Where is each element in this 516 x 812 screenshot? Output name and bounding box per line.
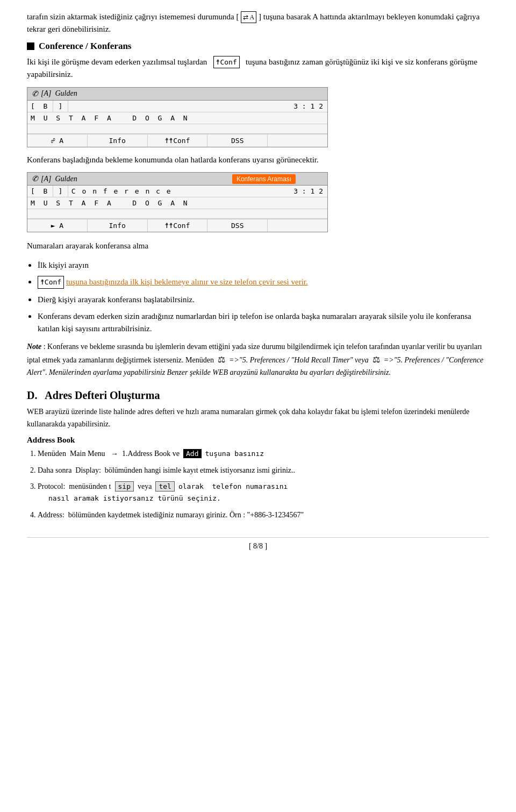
list-item-1: Menüden Main Menu → 1.Address Book ve Ad… bbox=[38, 448, 489, 460]
footer-a-2: ► A bbox=[27, 219, 88, 232]
phone-display-1: ✆ [A] Gulden [ B ] 3 : 1 2 M U S T A F A… bbox=[27, 87, 328, 147]
gear-icon-2: ⚖ bbox=[372, 353, 380, 367]
address-book-list: Menüden Main Menu → 1.Address Book ve Ad… bbox=[38, 448, 489, 521]
conference-note: Konferans başladığında bekleme konumunda… bbox=[27, 154, 489, 166]
phone-time-1: 3 : 1 2 bbox=[289, 101, 327, 112]
sip-badge: sip bbox=[115, 481, 134, 492]
bullet-item-3: Dierğ kişiyi arayarak konferansı başlata… bbox=[38, 292, 489, 306]
phone-name-row-2: M U S T A F A D O G A N bbox=[27, 197, 327, 209]
footer-dss-2: DSS bbox=[207, 219, 268, 232]
conf-badge-2: ☨Conf bbox=[38, 276, 64, 289]
section-d-label: D. bbox=[27, 389, 42, 401]
list-item-3: Protocol: menüsünden t sip veya tel olar… bbox=[38, 481, 489, 505]
phone-empty-row-1 bbox=[27, 124, 327, 134]
phone-row-2a: [ B ] C o n f e r e n c e 3 : 1 2 bbox=[27, 186, 327, 197]
note-text-4: Menülerinden ayarlama yapabilirsiniz Ben… bbox=[49, 368, 391, 376]
phone-icon-2: ✆ bbox=[32, 174, 38, 183]
bullet-square-icon bbox=[27, 42, 34, 50]
numaralar-title: Numaraları arayarak konferansa alma bbox=[27, 240, 489, 252]
conference-title-text: Conference / Konferans bbox=[39, 41, 132, 52]
spacer-1 bbox=[68, 101, 289, 112]
item3-text: olarak telefon numarasını bbox=[178, 482, 288, 490]
conference-section-title: Conference / Konferans bbox=[27, 41, 489, 52]
conference-tooltip: Konferans Araması bbox=[232, 174, 296, 184]
bracket-cell-2: [ bbox=[27, 186, 38, 197]
conference-text: C o n f e r e n c e bbox=[68, 186, 289, 197]
phone-row-1a: [ B ] 3 : 1 2 bbox=[27, 101, 327, 112]
section-d-title: D. Adres Defteri Oluşturma bbox=[27, 389, 489, 402]
footer-info-2: Info bbox=[88, 219, 148, 232]
note-text-2: =>"5. Preferences / "Hold Recall Timer" … bbox=[229, 356, 369, 364]
section-d-heading: Adres Defteri Oluşturma bbox=[45, 389, 160, 401]
tel-badge: tel bbox=[155, 481, 174, 492]
b-cell-2: B bbox=[38, 186, 53, 197]
list-item-4: Address: bölümünden kaydetmek istediğini… bbox=[38, 509, 489, 521]
phone-header-1: ✆ [A] Gulden bbox=[27, 88, 327, 101]
bullet-list: İlk kişiyi arayın ☨Conf tuşuna bastığını… bbox=[38, 258, 489, 335]
page-footer: [ 8/8 ] bbox=[27, 537, 489, 551]
phone-name-row-1: M U S T A F A D O G A N bbox=[27, 112, 327, 124]
note-label: Note bbox=[27, 343, 41, 351]
footer-empty-1 bbox=[268, 134, 327, 147]
footer-conf-1: ☨☨Conf bbox=[148, 134, 208, 147]
footer-a-1: ☍ A bbox=[27, 134, 88, 147]
bullet-item-2: ☨Conf tuşuna bastığınızda ilk kişi bekle… bbox=[38, 274, 489, 289]
list-item-2: Daha sonra Display: bölümünden hangi isi… bbox=[38, 465, 489, 476]
phone-name-2: M U S T A F A D O G A N bbox=[27, 197, 327, 209]
bracket-cell: [ bbox=[27, 101, 38, 112]
bullet-item-4: Konferans devam ederken sizin aradığınız… bbox=[38, 309, 489, 334]
page-content: tarafın sizin aktarmak istediğiniz çağrı… bbox=[27, 11, 489, 551]
add-badge: Add bbox=[183, 449, 201, 458]
conference-description: İki kişi ile görüşme devam ederken yazıl… bbox=[27, 56, 489, 81]
phone-time-2: 3 : 1 2 bbox=[289, 186, 327, 197]
phone-header-text-2: [A] Gulden bbox=[41, 175, 77, 183]
bracket-close-2: ] bbox=[53, 186, 68, 197]
gear-icon-1: ⚖ bbox=[218, 353, 225, 367]
phone-footer-1: ☍ A Info ☨☨Conf DSS bbox=[27, 134, 327, 147]
note-section: Note : Konferans ve bekleme sırasında bu… bbox=[27, 341, 489, 379]
section-d-description: WEB arayüzü üzerinde liste halinde adres… bbox=[27, 406, 489, 430]
bullet-item-1: İlk kişiyi arayın bbox=[38, 258, 489, 272]
footer-dss-1: DSS bbox=[207, 134, 268, 147]
bracket-close-cell: ] bbox=[53, 101, 68, 112]
conf-badge-1: ☨Conf bbox=[213, 56, 240, 69]
page-number: [ 8/8 ] bbox=[249, 542, 267, 550]
footer-conf-2: ☨☨Conf bbox=[148, 219, 208, 232]
address-book-title: Address Book bbox=[27, 436, 489, 445]
b-cell: B bbox=[38, 101, 53, 112]
section-d: D. Adres Defteri Oluşturma WEB arayüzü ü… bbox=[27, 389, 489, 521]
footer-empty-2 bbox=[268, 219, 327, 232]
arrow-1: → bbox=[111, 450, 118, 458]
phone-header-text-1: [A] Gulden bbox=[41, 89, 77, 98]
phone-display-2-wrapper: Konferans Araması ✆ [A] Gulden [ B ] C o… bbox=[27, 172, 328, 232]
phone-footer-2: ► A Info ☨☨Conf DSS bbox=[27, 219, 327, 232]
bullet-text-2: tuşuna bastığınızda ilk kişi beklemeye a… bbox=[66, 277, 308, 286]
phone-icon-1: ✆ bbox=[32, 89, 38, 98]
footer-info-1: Info bbox=[88, 134, 148, 147]
phone-name-1: M U S T A F A D O G A N bbox=[27, 112, 327, 124]
item1-suffix: tuşuna basınız bbox=[205, 450, 264, 458]
intro-paragraph: tarafın sizin aktarmak istediğiniz çağrı… bbox=[27, 11, 489, 35]
item3-text-2: nasıl aramak istiyorsanız türünü seçiniz… bbox=[48, 494, 221, 502]
phone-empty-row-2 bbox=[27, 209, 327, 219]
